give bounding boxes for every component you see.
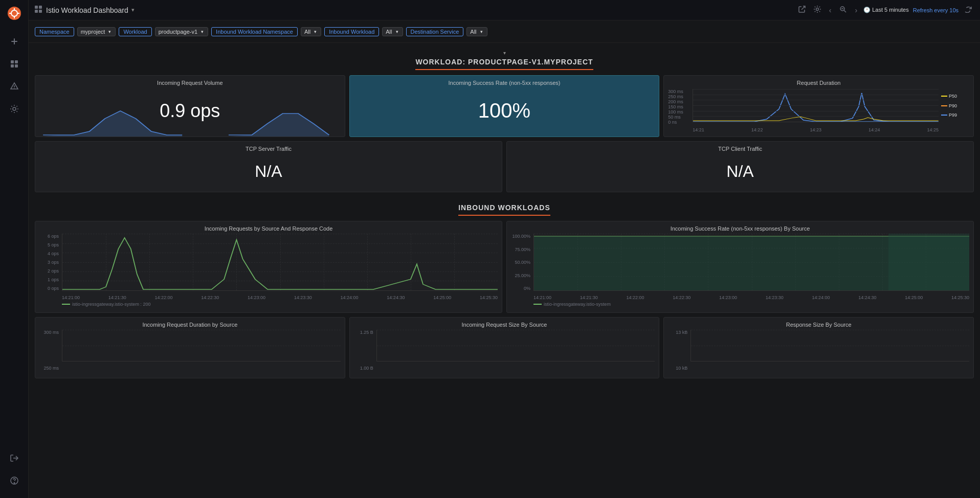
sidebar-item-help[interactable] (5, 471, 24, 490)
rd-y-axis: 300 ms 250 ms 200 ms 150 ms 100 ms 50 ms… (668, 89, 691, 122)
irbs-panel: Incoming Requests by Source And Response… (35, 221, 502, 313)
svg-point-17 (14, 483, 15, 484)
tcp-server-panel: TCP Server Traffic N/A (35, 141, 502, 192)
isrbs-chart: 100.00% 75.00% 50.00% 25.00% 0% (511, 234, 969, 300)
rd-chart: 300 ms 250 ms 200 ms 150 ms 100 ms 50 ms… (668, 89, 969, 132)
next-time-btn[interactable]: › (853, 5, 859, 15)
isrbs-line (534, 234, 969, 290)
rd-title: Request Duration (668, 80, 969, 86)
filter-label-namespace: Namespace (35, 27, 74, 36)
rd-x-labels: 14:21 14:22 14:23 14:24 14:25 (693, 127, 939, 132)
incoming-request-volume-panel: Incoming Request Volume 0.9 ops (35, 75, 345, 137)
svg-rect-18 (35, 6, 38, 9)
sidebar-item-add[interactable] (5, 32, 24, 51)
rsbs-y-axis: 13 kB 10 kB (668, 330, 689, 371)
irbs-y-axis: 6 ops 5 ops 4 ops 3 ops 2 ops 1 ops 0 op… (39, 234, 61, 291)
isrbs-title: Incoming Success Rate (non-5xx responses… (511, 225, 969, 232)
svg-marker-27 (43, 111, 182, 137)
sidebar-logo[interactable] (7, 6, 21, 22)
apps-icon[interactable] (35, 6, 42, 14)
refresh-label[interactable]: Refresh every 10s (913, 7, 959, 13)
irsize-panel: Incoming Request Size By Source 1.25 B 1… (349, 317, 660, 378)
bottom-row: Incoming Request Duration by Source 300 … (35, 317, 974, 378)
svg-rect-7 (11, 41, 17, 42)
ird-y-axis: 300 ms 250 ms (39, 330, 61, 371)
tcp-client-title: TCP Client Traffic (511, 146, 969, 152)
tcp-client-value: N/A (511, 155, 969, 188)
svg-rect-11 (15, 64, 18, 67)
ird-inner (62, 330, 341, 361)
tcp-client-panel: TCP Client Traffic N/A (506, 141, 974, 192)
isrbs-y-axis: 100.00% 75.00% 50.00% 25.00% 0% (511, 234, 532, 291)
ird-title: Incoming Request Duration by Source (39, 322, 341, 328)
isrbs-panel: Incoming Success Rate (non-5xx responses… (506, 221, 974, 313)
time-range-display[interactable]: 🕐 Last 5 minutes (863, 7, 909, 13)
filter-label-inbound-ns: Inbound Workload Namespace (211, 27, 298, 36)
settings-btn[interactable] (812, 5, 823, 15)
irv-title: Incoming Request Volume (39, 80, 341, 86)
filterbar: Namespace myproject Workload productpage… (29, 20, 980, 43)
tcp-server-value: N/A (39, 155, 498, 188)
svg-rect-19 (39, 6, 42, 9)
filter-label-dest-service: Destination Service (406, 27, 464, 36)
title-dropdown-icon[interactable]: ▾ (131, 7, 135, 13)
sidebar-item-dashboards[interactable] (5, 55, 24, 73)
filter-inbound-workload[interactable]: All (382, 27, 403, 36)
irsize-inner (376, 330, 655, 361)
filter-namespace[interactable]: myproject (77, 27, 116, 36)
irsize-title: Incoming Request Size By Source (354, 322, 655, 328)
inbound-section-header: INBOUND WORKLOADS (35, 196, 974, 221)
rd-legend: P50 P90 P99 (941, 89, 969, 122)
success-rate-panel: Incoming Success Rate (non-5xx responses… (349, 75, 660, 137)
dashboard-title: Istio Workload Dashboard ▾ (46, 6, 135, 14)
svg-line-22 (801, 6, 805, 10)
sidebar-item-alerts[interactable] (5, 77, 24, 96)
irbs-x-labels: 14:21:00 14:21:30 14:22:00 14:22:30 14:2… (62, 295, 498, 300)
irsize-chart: 1.25 B 1.00 B (354, 330, 655, 371)
workload-title: WORKLOAD: productpage-v1.myproject (415, 58, 593, 70)
top-row: Incoming Request Volume 0.9 ops Incoming… (35, 75, 974, 137)
filter-inbound-ns[interactable]: All (301, 27, 321, 36)
svg-line-26 (844, 10, 847, 12)
inbound-title: INBOUND WORKLOADS (458, 203, 550, 216)
tcp-server-title: TCP Server Traffic (39, 146, 498, 152)
rsbs-panel: Response Size By Source 13 kB 10 kB (663, 317, 974, 378)
ird-chart: 300 ms 250 ms (39, 330, 341, 371)
svg-rect-21 (39, 10, 42, 13)
svg-marker-30 (888, 234, 969, 290)
tcp-row: TCP Server Traffic N/A TCP Client Traffi… (35, 141, 974, 192)
topbar: Istio Workload Dashboard ▾ ‹ (29, 0, 980, 20)
irbs-title: Incoming Requests by Source And Response… (39, 225, 498, 232)
inbound-row-1: Incoming Requests by Source And Response… (35, 221, 974, 313)
filter-workload[interactable]: productpage-v1 (155, 27, 208, 36)
workload-section-header: ▾ WORKLOAD: productpage-v1.myproject (35, 43, 974, 75)
ird-panel: Incoming Request Duration by Source 300 … (35, 317, 345, 378)
content-area: ▾ WORKLOAD: productpage-v1.myproject Inc… (29, 43, 980, 498)
filter-dest-service[interactable]: All (466, 27, 487, 36)
irbs-chart: 6 ops 5 ops 4 ops 3 ops 2 ops 1 ops 0 op… (39, 234, 498, 300)
sr-value: 100% (354, 89, 655, 132)
svg-point-13 (14, 88, 15, 89)
svg-marker-28 (229, 114, 329, 137)
main-content: Istio Workload Dashboard ▾ ‹ (29, 0, 980, 498)
zoom-out-btn[interactable] (837, 5, 849, 15)
svg-rect-9 (15, 60, 18, 63)
refresh-btn[interactable] (963, 5, 974, 15)
request-duration-panel: Request Duration 300 ms 250 ms 200 ms 15… (663, 75, 974, 137)
svg-point-14 (13, 107, 16, 110)
irsize-y-axis: 1.25 B 1.00 B (354, 330, 375, 371)
sidebar (0, 0, 29, 498)
svg-rect-8 (11, 60, 14, 63)
rsbs-chart: 13 kB 10 kB (668, 330, 969, 371)
rd-chart-inner (693, 89, 939, 122)
topbar-actions: ‹ › 🕐 Last 5 minutes Refresh every 10s (796, 5, 974, 15)
isrbs-x-labels: 14:21:00 14:21:30 14:22:00 14:22:30 14:2… (533, 295, 969, 300)
irv-sparkline (35, 108, 345, 137)
rsbs-inner (691, 330, 969, 361)
svg-point-23 (816, 8, 818, 11)
prev-time-btn[interactable]: ‹ (827, 5, 834, 15)
sidebar-item-signin[interactable] (5, 449, 24, 467)
svg-rect-20 (35, 10, 38, 13)
external-link-btn[interactable] (796, 5, 808, 15)
sidebar-item-settings[interactable] (5, 100, 24, 118)
